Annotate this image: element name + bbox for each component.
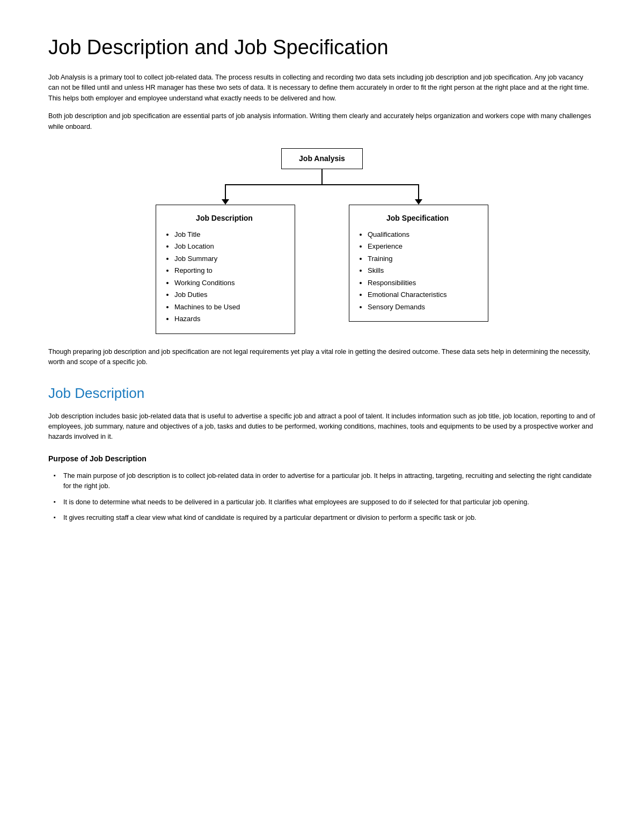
list-item: Responsibilities (368, 278, 478, 288)
job-description-list: Job Title Job Location Job Summary Repor… (164, 229, 285, 324)
page-title: Job Description and Job Specification (48, 32, 596, 63)
diagram-vertical-line-top (321, 169, 323, 184)
list-item: Skills (368, 265, 478, 276)
bullet-item-1: The main purpose of job description is t… (54, 471, 596, 492)
diagram-right-arrow (415, 199, 422, 205)
list-item: Job Title (174, 229, 285, 240)
job-description-box: Job Description Job Title Job Location J… (156, 205, 295, 334)
list-item: Sensory Demands (368, 302, 478, 313)
list-item: Job Location (174, 241, 285, 252)
list-item: Job Duties (174, 289, 285, 300)
list-item: Hazards (174, 314, 285, 324)
job-specification-list: Qualifications Experience Training Skill… (357, 229, 478, 313)
intro-paragraph-1: Job Analysis is a primary tool to collec… (48, 72, 596, 104)
list-item: Job Summary (174, 253, 285, 264)
job-specification-box-title: Job Specification (357, 213, 478, 224)
diagram-right-vertical (418, 184, 419, 199)
list-item: Experience (368, 241, 478, 252)
job-description-section-title: Job Description (48, 383, 596, 404)
list-item: Training (368, 253, 478, 264)
bullet-item-2: It is done to determine what needs to be… (54, 497, 596, 507)
list-item: Machines to be Used (174, 302, 285, 313)
diagram-left-arrow (222, 199, 229, 205)
after-diagram-text: Though preparing job description and job… (48, 347, 596, 368)
purpose-bullet-list: The main purpose of job description is t… (48, 471, 596, 524)
diagram-root-box: Job Analysis (281, 148, 363, 169)
diagram-left-vertical (225, 184, 226, 199)
purpose-subtitle: Purpose of Job Description (48, 453, 596, 465)
list-item: Reporting to (174, 265, 285, 276)
intro-paragraph-2: Both job description and job specificati… (48, 111, 596, 132)
diagram: Job Analysis Job Description Job Title J… (48, 148, 596, 334)
job-specification-box: Job Specification Qualifications Experie… (349, 205, 488, 322)
list-item: Qualifications (368, 229, 478, 240)
list-item: Working Conditions (174, 278, 285, 288)
diagram-root-label: Job Analysis (299, 154, 345, 163)
bullet-item-3: It gives recruiting staff a clear view w… (54, 513, 596, 523)
job-description-box-title: Job Description (164, 213, 285, 224)
job-description-intro: Job description includes basic job-relat… (48, 411, 596, 443)
list-item: Emotional Characteristics (368, 289, 478, 300)
